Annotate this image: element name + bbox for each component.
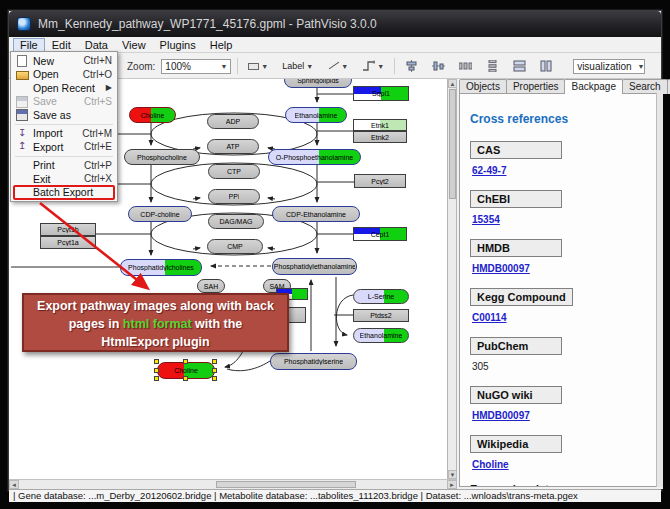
- vertical-scroll-thumb[interactable]: [449, 89, 456, 199]
- node-label: Choline: [174, 367, 198, 374]
- xref-link[interactable]: 15354: [472, 214, 650, 225]
- align-center-x-button[interactable]: [401, 58, 422, 74]
- menu-item-shortcut: Ctrl+X: [84, 173, 112, 184]
- menubar-item-view[interactable]: View: [115, 38, 153, 52]
- file-menu-item-batch-export[interactable]: Batch Export: [12, 186, 116, 200]
- menu-item-label: Save as: [33, 109, 112, 121]
- pathway-node-ctp[interactable]: CTP: [208, 164, 260, 179]
- pathway-node-cdp-choline[interactable]: CDP-choline: [128, 206, 192, 222]
- file-menu-item-open[interactable]: OpenCtrl+O: [12, 68, 116, 82]
- xref-link[interactable]: Choline: [472, 459, 650, 470]
- pathway-node-pcyt1a[interactable]: Pcyt1a: [40, 236, 96, 249]
- scroll-left-icon[interactable]: ◄: [9, 480, 19, 489]
- match-width-button[interactable]: [509, 58, 530, 74]
- pathway-node-sgpl1[interactable]: Sgpl1: [353, 86, 409, 101]
- pathway-node-ppi[interactable]: PPi: [208, 189, 260, 204]
- callout-line3: HtmlExport plugin: [101, 335, 209, 349]
- node-label: Phosphatidylcholines: [128, 264, 194, 271]
- pathway-node-cdp-ethanolamine[interactable]: CDP-Ethanolamine: [272, 206, 360, 222]
- tab-backpage[interactable]: Backpage: [564, 79, 622, 94]
- pathway-node-choline[interactable]: Choline: [129, 107, 176, 123]
- canvas-horizontal-scrollbar[interactable]: ◄ ►: [9, 479, 457, 489]
- tab-objects[interactable]: Objects: [459, 79, 507, 94]
- pathway-node-etnk2[interactable]: Etnk2: [353, 131, 407, 143]
- pathway-node-ethanolamine[interactable]: Ethanolamine: [353, 328, 409, 343]
- label-tool-button[interactable]: Label ▼: [278, 59, 317, 73]
- xref-link[interactable]: C00114: [472, 312, 650, 323]
- pathway-node-cmp[interactable]: CMP: [207, 239, 263, 254]
- menubar-item-edit[interactable]: Edit: [45, 38, 78, 52]
- pathway-node-dag-mag[interactable]: DAG/MAG: [208, 214, 264, 229]
- horizontal-scroll-thumb[interactable]: [216, 481, 356, 488]
- xref-database-name: HMDB: [470, 239, 562, 257]
- line-tool-button[interactable]: ▼: [323, 58, 352, 74]
- pathway-node-pcyt1b[interactable]: Pcyt1b: [40, 223, 96, 236]
- tab-properties[interactable]: Properties: [506, 79, 566, 94]
- tab-legend[interactable]: Legend: [667, 79, 670, 94]
- scroll-right-icon[interactable]: ►: [447, 480, 457, 489]
- align-center-x-icon: [405, 60, 418, 72]
- app-icon: [17, 17, 31, 31]
- connector-tool-button[interactable]: ▼: [358, 58, 388, 74]
- file-menu-item-new[interactable]: NewCtrl+N: [12, 54, 116, 68]
- xref-link[interactable]: HMDB00097: [472, 263, 650, 274]
- screenshot-root: Mm_Kennedy_pathway_WP1771_45176.gpml - P…: [0, 0, 670, 509]
- scroll-down-icon[interactable]: ▼: [448, 470, 457, 479]
- selection-handle[interactable]: [212, 368, 217, 373]
- pathway-node-pcyt2[interactable]: Pcyt2: [354, 174, 406, 188]
- canvas-vertical-scrollbar[interactable]: ▲ ▼: [448, 79, 457, 479]
- pathway-node-phosphocholine[interactable]: Phosphocholine: [124, 149, 200, 165]
- pathway-node-choline[interactable]: Choline: [157, 362, 215, 379]
- pathway-node-ethanolamine[interactable]: Ethanolamine: [285, 107, 347, 123]
- pathway-node-l-serine[interactable]: L-Serine: [353, 289, 409, 304]
- pathway-node-sah[interactable]: SAH: [197, 279, 225, 293]
- label-tool-text: Label: [282, 61, 304, 71]
- zoom-combobox[interactable]: 100% ▼: [161, 59, 231, 74]
- pathway-node-cept1[interactable]: Cept1: [353, 227, 407, 241]
- tab-search[interactable]: Search: [622, 79, 668, 94]
- node-label: L-Serine: [368, 293, 394, 300]
- file-menu-item-import[interactable]: ImportCtrl+M: [12, 127, 116, 141]
- xref-database-name: CAS: [470, 141, 562, 159]
- visualization-combobox[interactable]: visualization ▼: [573, 59, 645, 74]
- file-menu-item-exit[interactable]: ExitCtrl+X: [12, 172, 116, 186]
- xref-link[interactable]: HMDB00097: [472, 410, 650, 421]
- align-center-y-button[interactable]: [428, 58, 449, 74]
- selection-handle[interactable]: [212, 359, 217, 364]
- pathway-node-sphingolipids[interactable]: Sphingolipids: [284, 79, 352, 88]
- selection-handle[interactable]: [183, 359, 188, 364]
- chevron-down-icon: ▼: [261, 63, 268, 70]
- selection-handle[interactable]: [154, 376, 159, 381]
- title-bar[interactable]: Mm_Kennedy_pathway_WP1771_45176.gpml - P…: [9, 11, 661, 37]
- pathway-node-phosphatidylethanolamine[interactable]: Phosphatidylethanolamine: [272, 258, 357, 275]
- distribute-vertical-button[interactable]: [482, 58, 503, 74]
- callout-line1: Export pathway images along with back: [37, 299, 274, 313]
- selection-handle[interactable]: [212, 376, 217, 381]
- panel-scrollbar[interactable]: [656, 93, 663, 487]
- menubar-item-file[interactable]: File: [13, 38, 45, 52]
- selection-handle[interactable]: [183, 376, 188, 381]
- menubar-item-data[interactable]: Data: [78, 38, 115, 52]
- pathway-node-adp[interactable]: ADP: [207, 114, 259, 129]
- pathway-node-phosphatidylcholines[interactable]: Phosphatidylcholines: [120, 259, 202, 276]
- file-menu-item-save-as[interactable]: Save as: [12, 108, 116, 122]
- menubar-item-help[interactable]: Help: [203, 38, 240, 52]
- file-menu-item-export[interactable]: ExportCtrl+E: [12, 140, 116, 154]
- chevron-down-icon: ▼: [638, 63, 645, 70]
- menubar-item-plugins[interactable]: Plugins: [153, 38, 203, 52]
- match-height-button[interactable]: [536, 58, 557, 74]
- file-menu-item-print[interactable]: PrintCtrl+P: [12, 159, 116, 173]
- pathway-node-phosphatidylserine[interactable]: Phosphatidylserine: [270, 353, 357, 370]
- scroll-up-icon[interactable]: ▲: [448, 79, 457, 88]
- pathway-node-o-phosphoethanolamine[interactable]: O-Phosphoethanolamine: [268, 149, 361, 165]
- xref-link[interactable]: 62-49-7: [472, 165, 650, 176]
- node-label: Phosphocholine: [137, 154, 187, 161]
- distribute-horizontal-button[interactable]: [455, 58, 476, 74]
- file-menu-item-open-recent[interactable]: Open Recent▶: [12, 81, 116, 95]
- pathway-node-ptdss2[interactable]: Ptdss2: [353, 309, 409, 322]
- pathway-node-etnk1[interactable]: Etnk1: [353, 119, 407, 131]
- datanode-tool-button[interactable]: ▼: [244, 61, 272, 72]
- selection-handle[interactable]: [154, 359, 159, 364]
- selection-handle[interactable]: [154, 368, 159, 373]
- pathway-node-atp[interactable]: ATP: [207, 139, 259, 154]
